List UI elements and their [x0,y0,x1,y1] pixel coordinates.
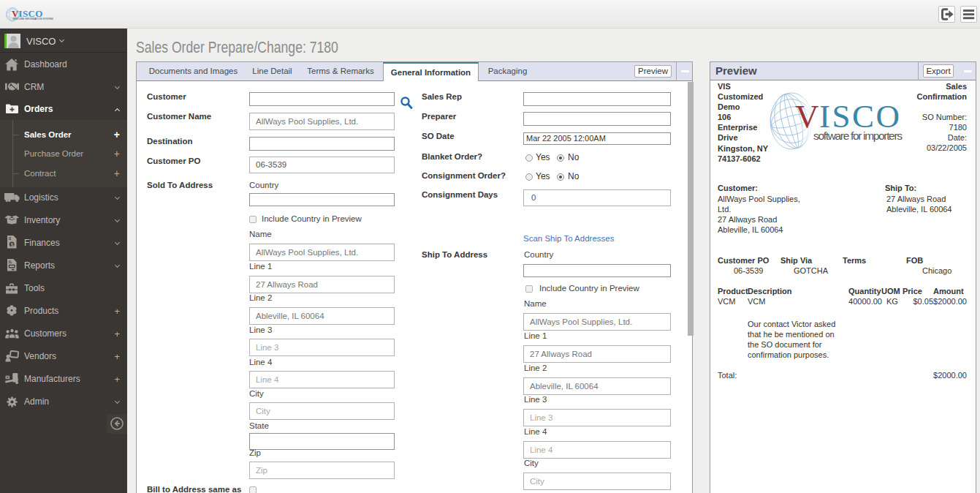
svg-text:software for importers: software for importers [813,129,903,142]
svg-text:$: $ [11,242,14,248]
svg-text:VENTURE INFORMATION SYSTEM: VENTURE INFORMATION SYSTEM [12,18,53,20]
